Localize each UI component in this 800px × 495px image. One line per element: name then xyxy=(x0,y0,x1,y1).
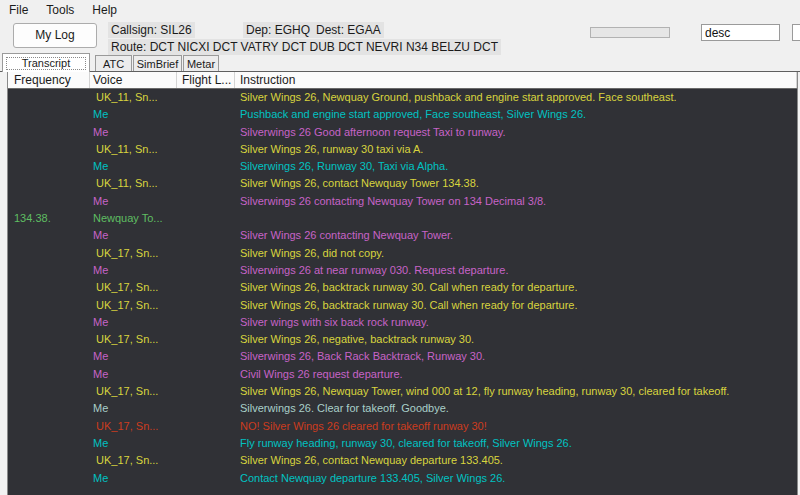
column-header-flight-level[interactable]: Flight L... xyxy=(177,72,235,88)
cell-frequency xyxy=(8,418,90,435)
cell-instruction: Silver wings with six back rock runway. xyxy=(235,314,797,331)
table-row[interactable]: MeSilver wings with six back rock runway… xyxy=(8,314,797,331)
progress-bar xyxy=(590,27,670,38)
cell-frequency xyxy=(8,124,90,141)
desc-input[interactable] xyxy=(701,24,780,41)
table-row[interactable]: MeSilver Wings 26 contacting Newquay Tow… xyxy=(8,227,797,244)
cell-voice: UK_11, Sn... xyxy=(90,89,177,106)
table-row[interactable]: MeSilverwings 26, Back Rack Backtrack, R… xyxy=(8,348,797,365)
table-row[interactable]: MeSilverwings 26, Runway 30, Taxi via Al… xyxy=(8,158,797,175)
cell-instruction: Fly runway heading, runway 30, cleared f… xyxy=(235,435,797,452)
cell-flight-level xyxy=(177,245,235,262)
transcript-grid: Frequency Voice Flight L... Instruction … xyxy=(8,72,797,495)
cell-instruction: Silver Wings 26, contact Newquay Tower 1… xyxy=(235,175,797,192)
cell-frequency xyxy=(8,348,90,365)
cell-flight-level xyxy=(177,366,235,383)
tab-label: SimBrief xyxy=(137,58,179,70)
cell-voice: UK_17, Sn... xyxy=(90,297,177,314)
cell-voice: Me xyxy=(90,124,177,141)
cell-flight-level xyxy=(177,400,235,417)
table-row[interactable]: UK_11, Sn...Silver Wings 26, contact New… xyxy=(8,175,797,192)
cell-voice: Me xyxy=(90,158,177,175)
cell-flight-level xyxy=(177,158,235,175)
table-row[interactable]: UK_17, Sn...Silver Wings 26, backtrack r… xyxy=(8,279,797,296)
app-window: File Tools Help My Log Callsign: SIL26 D… xyxy=(0,0,800,495)
cell-instruction: Silver Wings 26, backtrack runway 30. Ca… xyxy=(235,297,797,314)
cell-instruction: Contact Newquay departure 133.405, Silve… xyxy=(235,470,797,487)
cell-frequency xyxy=(8,175,90,192)
destination-label: Dest: EGAA xyxy=(313,22,384,38)
cell-instruction: Silverwings 26. Clear for takeoff. Goodb… xyxy=(235,400,797,417)
cell-flight-level xyxy=(177,297,235,314)
tab-transcript[interactable]: Transcript xyxy=(2,53,90,72)
cell-instruction: Silverwings 26 Good afternoon request Ta… xyxy=(235,124,797,141)
cell-frequency xyxy=(8,227,90,244)
tab-atc[interactable]: ATC xyxy=(95,55,132,72)
cell-frequency xyxy=(8,106,90,123)
table-row[interactable]: MeFly runway heading, runway 30, cleared… xyxy=(8,435,797,452)
cell-instruction: Silverwings 26 at near runway 030. Reque… xyxy=(235,262,797,279)
cell-instruction: Silver Wings 26, negative, backtrack run… xyxy=(235,331,797,348)
table-row[interactable]: 134.38.Newquay To... xyxy=(8,210,797,227)
table-row[interactable]: UK_17, Sn...Silver Wings 26, contact New… xyxy=(8,452,797,469)
cell-flight-level xyxy=(177,418,235,435)
table-row[interactable]: UK_17, Sn...Silver Wings 26, did not cop… xyxy=(8,245,797,262)
cell-frequency xyxy=(8,279,90,296)
tab-label: Metar xyxy=(187,58,215,70)
my-log-button[interactable]: My Log xyxy=(13,23,97,48)
table-row[interactable]: MeCivil Wings 26 request departure. xyxy=(8,366,797,383)
cell-voice: Newquay To... xyxy=(90,210,177,227)
tab-focus-rect xyxy=(6,57,86,70)
cell-voice: Me xyxy=(90,262,177,279)
table-row[interactable]: MeSilverwings 26 Good afternoon request … xyxy=(8,124,797,141)
cell-instruction: Silverwings 26, Back Rack Backtrack, Run… xyxy=(235,348,797,365)
cell-voice: Me xyxy=(90,400,177,417)
cell-frequency xyxy=(8,331,90,348)
cell-instruction: Silver Wings 26, backtrack runway 30. Ca… xyxy=(235,279,797,296)
edge-clipped-input[interactable] xyxy=(792,24,800,41)
cell-flight-level xyxy=(177,210,235,227)
cell-frequency xyxy=(8,297,90,314)
cell-voice: UK_17, Sn... xyxy=(90,418,177,435)
cell-instruction xyxy=(235,210,797,227)
cell-voice: UK_17, Sn... xyxy=(90,383,177,400)
cell-flight-level xyxy=(177,314,235,331)
table-row[interactable]: UK_17, Sn...NO! Silver Wings 26 cleared … xyxy=(8,418,797,435)
column-header-instruction[interactable]: Instruction xyxy=(235,72,797,88)
table-row[interactable]: UK_11, Sn...Silver Wings 26, runway 30 t… xyxy=(8,141,797,158)
cell-voice: UK_17, Sn... xyxy=(90,331,177,348)
transcript-rows: UK_11, Sn...Silver Wings 26, Newquay Gro… xyxy=(8,89,797,487)
cell-frequency xyxy=(8,314,90,331)
tab-simbrief[interactable]: SimBrief xyxy=(133,55,182,72)
table-row[interactable]: MeContact Newquay departure 133.405, Sil… xyxy=(8,470,797,487)
table-row[interactable]: MeSilverwings 26 contacting Newquay Towe… xyxy=(8,193,797,210)
cell-voice: UK_11, Sn... xyxy=(90,175,177,192)
menu-tools[interactable]: Tools xyxy=(37,1,83,19)
table-row[interactable]: UK_17, Sn...Silver Wings 26, negative, b… xyxy=(8,331,797,348)
table-row[interactable]: MeSilverwings 26 at near runway 030. Req… xyxy=(8,262,797,279)
column-header-voice[interactable]: Voice xyxy=(90,72,177,88)
cell-frequency xyxy=(8,89,90,106)
cell-instruction: Silverwings 26, Runway 30, Taxi via Alph… xyxy=(235,158,797,175)
cell-voice: UK_11, Sn... xyxy=(90,141,177,158)
table-row[interactable]: MePushback and engine start approved, Fa… xyxy=(8,106,797,123)
cell-flight-level xyxy=(177,452,235,469)
cell-voice: Me xyxy=(90,106,177,123)
table-row[interactable]: UK_17, Sn...Silver Wings 26, backtrack r… xyxy=(8,297,797,314)
table-row[interactable]: MeSilverwings 26. Clear for takeoff. Goo… xyxy=(8,400,797,417)
menu-file[interactable]: File xyxy=(0,1,37,19)
menu-help[interactable]: Help xyxy=(83,1,126,19)
cell-frequency xyxy=(8,383,90,400)
column-header-frequency[interactable]: Frequency xyxy=(8,72,90,88)
cell-flight-level xyxy=(177,124,235,141)
table-row[interactable]: UK_17, Sn...Silver Wings 26, Newquay Tow… xyxy=(8,383,797,400)
cell-flight-level xyxy=(177,141,235,158)
cell-voice: Me xyxy=(90,435,177,452)
cell-frequency xyxy=(8,245,90,262)
tab-strip: Transcript ATC SimBrief Metar xyxy=(0,53,800,72)
cell-flight-level xyxy=(177,331,235,348)
cell-voice: Me xyxy=(90,366,177,383)
table-row[interactable]: UK_11, Sn...Silver Wings 26, Newquay Gro… xyxy=(8,89,797,106)
tab-metar[interactable]: Metar xyxy=(183,55,219,72)
cell-flight-level xyxy=(177,262,235,279)
